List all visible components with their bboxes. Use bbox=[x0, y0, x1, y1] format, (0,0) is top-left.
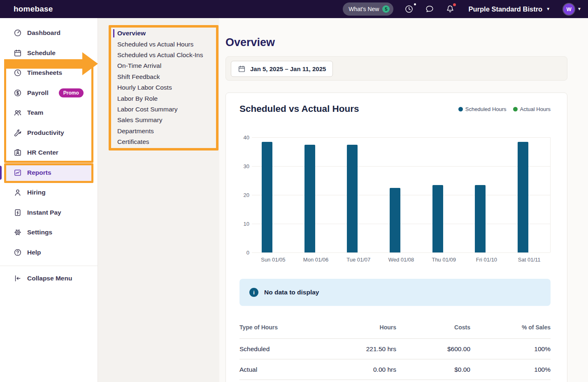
collapse-icon bbox=[14, 274, 22, 282]
bar-chart: 010203040 bbox=[239, 137, 551, 252]
whats-new-badge: 5 bbox=[382, 5, 390, 13]
y-axis-label: 20 bbox=[244, 192, 249, 198]
table-cell: 100% bbox=[470, 345, 551, 353]
reports-nav-item-hourly-labor-costs[interactable]: Hourly Labor Costs bbox=[117, 82, 219, 93]
team-icon bbox=[14, 109, 22, 117]
hours-table: Type of HoursHoursCosts% of SalesSchedul… bbox=[239, 316, 551, 380]
table-cell: 221.50 hrs bbox=[310, 345, 396, 353]
x-axis-label: Sat 01/11 bbox=[508, 257, 551, 266]
sidebar-item-team[interactable]: Team bbox=[0, 103, 98, 123]
notifications-bell-icon[interactable] bbox=[445, 4, 455, 14]
card-title: Scheduled vs Actual Hours bbox=[239, 104, 359, 114]
table-cell: Actual bbox=[239, 366, 310, 373]
sidebar-item-label: Schedule bbox=[27, 49, 56, 57]
chevron-down-icon: ▼ bbox=[577, 7, 581, 11]
schedule-icon bbox=[14, 49, 22, 57]
sidebar: DashboardScheduleTimesheetsPayrollPromoT… bbox=[0, 18, 98, 382]
x-axis-label: Thu 01/09 bbox=[423, 257, 465, 266]
settings-icon bbox=[14, 228, 22, 236]
collapse-menu-button[interactable]: Collapse Menu bbox=[0, 269, 98, 289]
table-cell: $600.00 bbox=[396, 345, 470, 353]
x-axis-label: Tue 01/07 bbox=[337, 257, 380, 266]
timesheets-icon bbox=[14, 69, 22, 77]
legend-dot bbox=[513, 107, 518, 111]
body-row: DashboardScheduleTimesheetsPayrollPromoT… bbox=[0, 18, 588, 382]
sidebar-item-label: Instant Pay bbox=[27, 209, 61, 216]
no-data-banner: i No data to display bbox=[239, 279, 551, 306]
sidebar-item-instant-pay[interactable]: Instant Pay bbox=[0, 203, 98, 223]
sidebar-item-label: Timesheets bbox=[27, 69, 62, 76]
x-axis-label: Sun 01/05 bbox=[252, 257, 295, 266]
bar-groups bbox=[252, 137, 550, 252]
reports-nav: OverviewScheduled vs Actual HoursSchedul… bbox=[98, 18, 219, 382]
sidebar-item-label: Settings bbox=[27, 229, 52, 236]
topbar-right: What's New 5 Purple Standard Bistro ▼ W … bbox=[343, 2, 581, 16]
date-range-value: Jan 5, 2025 – Jan 11, 2025 bbox=[250, 65, 326, 72]
payroll-icon bbox=[14, 89, 22, 97]
bar-group-sun-01-05 bbox=[252, 137, 295, 252]
bar-scheduled-hours bbox=[347, 145, 358, 253]
bar-scheduled-hours bbox=[304, 145, 315, 253]
sidebar-item-hiring[interactable]: Hiring bbox=[0, 183, 98, 203]
main-content: Overview Jan 5, 2025 – Jan 11, 2025 Sche… bbox=[219, 18, 588, 382]
y-axis: 010203040 bbox=[239, 137, 252, 252]
bar-scheduled-hours bbox=[518, 142, 528, 253]
bar-scheduled-hours bbox=[262, 142, 272, 253]
homebase-logo: homebase bbox=[14, 5, 53, 14]
reports-nav-item-certificates[interactable]: Certificates bbox=[117, 137, 219, 147]
table-header-of-sales: % of Sales bbox=[470, 324, 551, 331]
table-cell: 0.00 hrs bbox=[310, 366, 396, 373]
reports-nav-item-labor-by-role[interactable]: Labor By Role bbox=[117, 93, 219, 104]
reports-nav-item-scheduled-vs-actual-hours[interactable]: Scheduled vs Actual Hours bbox=[117, 39, 219, 49]
legend-label: Scheduled Hours bbox=[465, 106, 507, 112]
reports-nav-item-on-time-arrival[interactable]: On-Time Arrival bbox=[117, 60, 219, 71]
reports-nav-item-labor-cost-summary[interactable]: Labor Cost Summary bbox=[117, 104, 219, 115]
reports-nav-item-overview[interactable]: Overview bbox=[117, 28, 219, 39]
bar-group-fri-01-10 bbox=[465, 137, 508, 252]
reports-nav-item-departments[interactable]: Departments bbox=[117, 126, 219, 137]
legend-item: Actual Hours bbox=[513, 106, 551, 112]
messages-icon[interactable] bbox=[425, 4, 435, 14]
sidebar-item-label: Productivity bbox=[27, 129, 64, 137]
sidebar-item-dashboard[interactable]: Dashboard bbox=[0, 23, 98, 43]
sidebar-item-hr-center[interactable]: HR Center bbox=[0, 143, 98, 163]
bar-group-mon-01-06 bbox=[295, 137, 337, 252]
bar-group-tue-01-07 bbox=[337, 137, 380, 252]
help-icon bbox=[14, 248, 22, 257]
scheduled-vs-actual-card: Scheduled vs Actual Hours Scheduled Hour… bbox=[225, 93, 567, 382]
sidebar-item-timesheets[interactable]: Timesheets bbox=[0, 63, 98, 83]
table-header-hours: Hours bbox=[310, 324, 396, 331]
reports-nav-item-shift-feedback[interactable]: Shift Feedback bbox=[117, 72, 219, 82]
table-cell: 100% bbox=[470, 366, 551, 373]
info-icon: i bbox=[249, 288, 258, 297]
bar-scheduled-hours bbox=[390, 188, 400, 253]
business-name: Purple Standard Bistro bbox=[468, 5, 542, 13]
table-row-actual: Actual0.00 hrs$0.00100% bbox=[239, 359, 551, 380]
y-axis-label: 30 bbox=[244, 163, 249, 169]
sidebar-item-reports[interactable]: Reports bbox=[4, 163, 93, 183]
reports-nav-item-sales-summary[interactable]: Sales Summary bbox=[117, 115, 219, 125]
hr-center-icon bbox=[14, 148, 22, 157]
sidebar-item-help[interactable]: Help bbox=[0, 243, 98, 263]
reports-nav-item-scheduled-vs-actual-clock-ins[interactable]: Scheduled vs Actual Clock-Ins bbox=[117, 50, 219, 60]
bell-notification-dot bbox=[453, 3, 456, 6]
date-filter-panel: Jan 5, 2025 – Jan 11, 2025 bbox=[225, 56, 567, 81]
calendar-icon bbox=[238, 65, 246, 73]
whats-new-label: What's New bbox=[349, 6, 379, 12]
time-clock-icon[interactable] bbox=[404, 4, 414, 14]
legend-item: Scheduled Hours bbox=[458, 106, 507, 112]
sidebar-item-productivity[interactable]: Productivity bbox=[0, 123, 98, 143]
sidebar-item-label: Team bbox=[27, 109, 43, 116]
whats-new-button[interactable]: What's New 5 bbox=[343, 2, 393, 16]
sidebar-item-schedule[interactable]: Schedule bbox=[0, 43, 98, 63]
sidebar-items: DashboardScheduleTimesheetsPayrollPromoT… bbox=[0, 23, 98, 262]
chart-legend: Scheduled HoursActual Hours bbox=[458, 106, 551, 112]
x-axis-label: Wed 01/08 bbox=[380, 257, 423, 266]
business-selector[interactable]: Purple Standard Bistro ▼ bbox=[466, 5, 553, 14]
bar-group-sat-01-11 bbox=[507, 137, 550, 252]
sidebar-item-settings[interactable]: Settings bbox=[0, 222, 98, 243]
date-range-picker[interactable]: Jan 5, 2025 – Jan 11, 2025 bbox=[231, 61, 333, 77]
dashboard-icon bbox=[14, 29, 22, 37]
sidebar-item-payroll[interactable]: PayrollPromo bbox=[0, 83, 98, 103]
account-menu-button[interactable]: W ▼ bbox=[563, 4, 581, 15]
